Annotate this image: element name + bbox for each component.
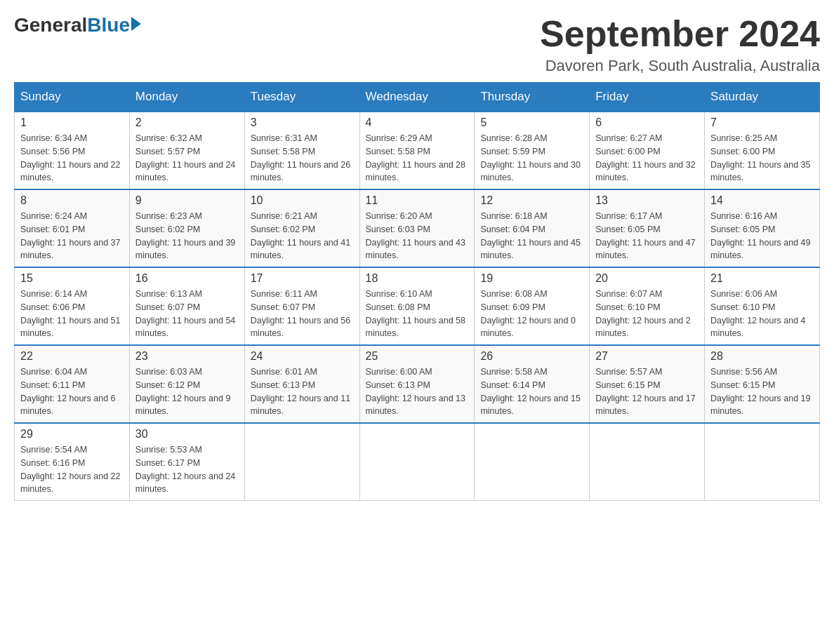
calendar-cell: 21 Sunrise: 6:06 AM Sunset: 6:10 PM Dayl… [705,267,820,345]
calendar-week-row: 15 Sunrise: 6:14 AM Sunset: 6:06 PM Dayl… [15,267,820,345]
calendar-cell: 29 Sunrise: 5:54 AM Sunset: 6:16 PM Dayl… [15,423,130,501]
day-info: Sunrise: 6:03 AM Sunset: 6:12 PM Dayligh… [135,365,239,418]
day-number: 12 [480,194,583,207]
day-info: Sunrise: 6:24 AM Sunset: 6:01 PM Dayligh… [20,210,124,262]
calendar-cell: 11 Sunrise: 6:20 AM Sunset: 6:03 PM Dayl… [359,189,475,267]
day-number: 19 [480,272,583,285]
day-info: Sunrise: 6:01 AM Sunset: 6:13 PM Dayligh… [251,365,354,418]
day-number: 9 [135,194,239,207]
calendar-cell [590,423,705,501]
day-info: Sunrise: 6:07 AM Sunset: 6:10 PM Dayligh… [595,288,699,340]
calendar-cell: 4 Sunrise: 6:29 AM Sunset: 5:58 PM Dayli… [359,112,475,189]
day-info: Sunrise: 6:32 AM Sunset: 5:57 PM Dayligh… [135,132,239,185]
calendar-cell: 3 Sunrise: 6:31 AM Sunset: 5:58 PM Dayli… [244,112,359,189]
day-number: 14 [710,194,814,207]
day-info: Sunrise: 6:20 AM Sunset: 6:03 PM Dayligh… [366,210,469,262]
calendar-cell: 13 Sunrise: 6:17 AM Sunset: 6:05 PM Dayl… [590,189,705,267]
day-number: 2 [135,116,239,129]
day-number: 28 [710,350,814,363]
day-number: 21 [710,272,814,285]
day-info: Sunrise: 5:53 AM Sunset: 6:17 PM Dayligh… [135,443,239,496]
calendar-cell: 10 Sunrise: 6:21 AM Sunset: 6:02 PM Dayl… [244,189,359,267]
calendar-cell: 24 Sunrise: 6:01 AM Sunset: 6:13 PM Dayl… [244,345,359,423]
day-info: Sunrise: 6:10 AM Sunset: 6:08 PM Dayligh… [366,288,469,340]
day-number: 20 [595,272,699,285]
day-info: Sunrise: 5:57 AM Sunset: 6:15 PM Dayligh… [595,365,699,418]
calendar-cell: 23 Sunrise: 6:03 AM Sunset: 6:12 PM Dayl… [129,345,244,423]
calendar-cell: 17 Sunrise: 6:11 AM Sunset: 6:07 PM Dayl… [244,267,359,345]
day-number: 6 [595,116,699,129]
day-number: 10 [251,194,354,207]
day-number: 29 [20,428,124,441]
day-number: 27 [595,350,699,363]
calendar-cell: 18 Sunrise: 6:10 AM Sunset: 6:08 PM Dayl… [359,267,475,345]
logo-triangle-icon [131,17,141,31]
day-info: Sunrise: 6:13 AM Sunset: 6:07 PM Dayligh… [135,288,239,340]
day-info: Sunrise: 6:23 AM Sunset: 6:02 PM Dayligh… [135,210,239,262]
calendar-cell: 30 Sunrise: 5:53 AM Sunset: 6:17 PM Dayl… [129,423,244,501]
calendar-cell [359,423,475,501]
calendar-day-header: Sunday [15,83,130,112]
day-number: 1 [20,116,124,129]
day-number: 18 [366,272,469,285]
day-number: 11 [366,194,469,207]
day-info: Sunrise: 5:56 AM Sunset: 6:15 PM Dayligh… [710,365,814,418]
calendar-cell: 5 Sunrise: 6:28 AM Sunset: 5:59 PM Dayli… [475,112,590,189]
calendar-cell [475,423,590,501]
calendar-cell: 6 Sunrise: 6:27 AM Sunset: 6:00 PM Dayli… [590,112,705,189]
calendar-cell: 9 Sunrise: 6:23 AM Sunset: 6:02 PM Dayli… [129,189,244,267]
day-number: 15 [20,272,124,285]
day-number: 8 [20,194,124,207]
day-number: 17 [251,272,354,285]
day-number: 4 [366,116,469,129]
calendar-day-header: Thursday [475,83,590,112]
day-number: 23 [135,350,239,363]
calendar-week-row: 1 Sunrise: 6:34 AM Sunset: 5:56 PM Dayli… [15,112,820,189]
day-info: Sunrise: 6:00 AM Sunset: 6:13 PM Dayligh… [366,365,469,418]
logo-general-text: General [14,14,87,36]
day-info: Sunrise: 6:31 AM Sunset: 5:58 PM Dayligh… [251,132,354,185]
day-info: Sunrise: 6:21 AM Sunset: 6:02 PM Dayligh… [251,210,354,262]
day-number: 13 [595,194,699,207]
day-info: Sunrise: 6:08 AM Sunset: 6:09 PM Dayligh… [480,288,583,340]
day-info: Sunrise: 6:29 AM Sunset: 5:58 PM Dayligh… [366,132,469,185]
day-info: Sunrise: 6:27 AM Sunset: 6:00 PM Dayligh… [595,132,699,185]
calendar-day-header: Wednesday [359,83,475,112]
calendar-header-row: SundayMondayTuesdayWednesdayThursdayFrid… [15,83,820,112]
calendar-cell: 22 Sunrise: 6:04 AM Sunset: 6:11 PM Dayl… [15,345,130,423]
location-title: Davoren Park, South Australia, Australia [540,57,820,75]
month-title: September 2024 [540,14,820,54]
calendar-day-header: Monday [129,83,244,112]
day-info: Sunrise: 6:14 AM Sunset: 6:06 PM Dayligh… [20,288,124,340]
day-info: Sunrise: 6:28 AM Sunset: 5:59 PM Dayligh… [480,132,583,185]
logo-blue-text: Blue [87,14,130,36]
day-number: 3 [251,116,354,129]
calendar-cell: 19 Sunrise: 6:08 AM Sunset: 6:09 PM Dayl… [475,267,590,345]
page-header: General Blue September 2024 Davoren Park… [14,14,820,75]
day-info: Sunrise: 6:17 AM Sunset: 6:05 PM Dayligh… [595,210,699,262]
calendar-cell: 8 Sunrise: 6:24 AM Sunset: 6:01 PM Dayli… [15,189,130,267]
calendar-cell: 20 Sunrise: 6:07 AM Sunset: 6:10 PM Dayl… [590,267,705,345]
day-info: Sunrise: 6:18 AM Sunset: 6:04 PM Dayligh… [480,210,583,262]
calendar-cell [705,423,820,501]
day-number: 30 [135,428,239,441]
calendar-cell: 7 Sunrise: 6:25 AM Sunset: 6:00 PM Dayli… [705,112,820,189]
calendar-cell: 27 Sunrise: 5:57 AM Sunset: 6:15 PM Dayl… [590,345,705,423]
day-info: Sunrise: 6:04 AM Sunset: 6:11 PM Dayligh… [20,365,124,418]
calendar-day-header: Saturday [705,83,820,112]
calendar-cell: 28 Sunrise: 5:56 AM Sunset: 6:15 PM Dayl… [705,345,820,423]
day-info: Sunrise: 6:16 AM Sunset: 6:05 PM Dayligh… [710,210,814,262]
calendar-cell: 14 Sunrise: 6:16 AM Sunset: 6:05 PM Dayl… [705,189,820,267]
calendar-day-header: Tuesday [244,83,359,112]
day-number: 22 [20,350,124,363]
title-section: September 2024 Davoren Park, South Austr… [540,14,820,75]
day-number: 5 [480,116,583,129]
day-info: Sunrise: 6:25 AM Sunset: 6:00 PM Dayligh… [710,132,814,185]
calendar-cell: 1 Sunrise: 6:34 AM Sunset: 5:56 PM Dayli… [15,112,130,189]
logo: General Blue [14,14,141,36]
day-info: Sunrise: 5:58 AM Sunset: 6:14 PM Dayligh… [480,365,583,418]
calendar-cell: 15 Sunrise: 6:14 AM Sunset: 6:06 PM Dayl… [15,267,130,345]
calendar-cell: 25 Sunrise: 6:00 AM Sunset: 6:13 PM Dayl… [359,345,475,423]
calendar-week-row: 8 Sunrise: 6:24 AM Sunset: 6:01 PM Dayli… [15,189,820,267]
calendar-day-header: Friday [590,83,705,112]
